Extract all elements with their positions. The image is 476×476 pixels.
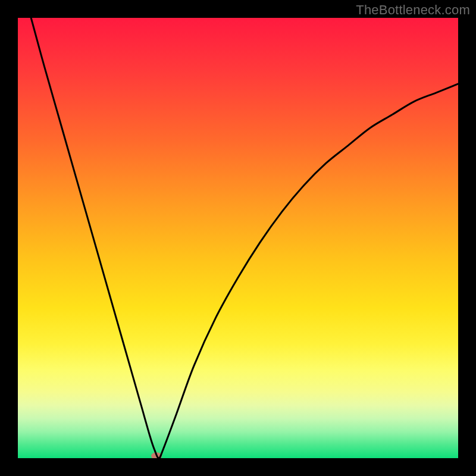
bottleneck-curve	[31, 18, 458, 458]
chart-frame: TheBottleneck.com	[0, 0, 476, 476]
plot-area	[18, 18, 458, 458]
watermark-text: TheBottleneck.com	[356, 2, 470, 18]
bottleneck-chart	[18, 18, 458, 458]
